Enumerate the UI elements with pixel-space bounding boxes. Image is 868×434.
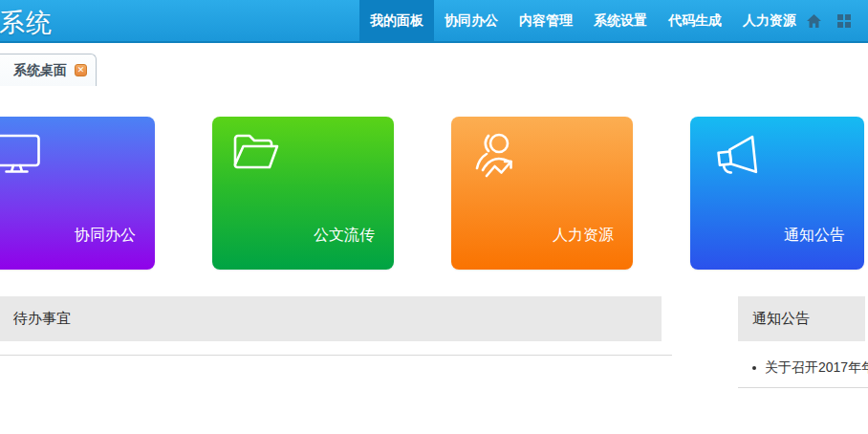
notice-list-item[interactable]: 关于召开2017年年 <box>738 356 868 380</box>
todo-panel-header: 待办事宜 <box>0 296 662 341</box>
bullet-icon <box>752 366 756 370</box>
grid-icon[interactable] <box>837 14 852 28</box>
notice-panel-header: 通知公告 <box>738 296 865 341</box>
home-icon[interactable] <box>807 14 821 28</box>
notice-panel-title: 通知公告 <box>752 310 810 328</box>
tile-label: 协同办公 <box>75 226 136 246</box>
tile-notices[interactable]: 通知公告 <box>690 117 864 270</box>
tab-bar: 系统桌面 ✕ <box>0 54 868 86</box>
tile-hr[interactable]: 人力资源 <box>451 117 633 270</box>
tab-close-icon[interactable]: ✕ <box>75 64 87 76</box>
nav-item-my-dashboard[interactable]: 我的面板 <box>359 0 434 41</box>
tile-label: 人力资源 <box>553 226 614 246</box>
todo-panel-divider <box>0 355 672 356</box>
nav-item-code-gen[interactable]: 代码生成 <box>658 0 732 41</box>
nav-item-collaboration[interactable]: 协同办公 <box>434 0 509 41</box>
megaphone-icon <box>710 132 760 184</box>
monitor-icon <box>0 132 41 180</box>
tile-document-flow[interactable]: 公文流传 <box>212 117 394 270</box>
tile-label: 通知公告 <box>784 226 845 246</box>
top-nav: 我的面板 协同办公 内容管理 系统设置 代码生成 人力资源 <box>359 0 807 41</box>
nav-item-system-settings[interactable]: 系统设置 <box>583 0 658 41</box>
folder-open-icon <box>232 132 282 178</box>
nav-item-content-mgmt[interactable]: 内容管理 <box>509 0 583 41</box>
desktop-page: 系统 我的面板 协同办公 内容管理 系统设置 代码生成 人力资源 系统桌面 ✕ <box>0 0 868 434</box>
todo-panel-title: 待办事宜 <box>13 310 71 328</box>
app-title: 系统 <box>0 6 53 40</box>
tile-collaboration[interactable]: 协同办公 <box>0 117 155 270</box>
notice-panel-divider <box>738 387 868 388</box>
tab-label: 系统桌面 <box>13 62 67 79</box>
notice-item-text: 关于召开2017年年 <box>765 359 868 377</box>
app-header: 系统 我的面板 协同办公 内容管理 系统设置 代码生成 人力资源 <box>0 0 868 43</box>
person-growth-icon <box>471 132 519 184</box>
tab-system-desktop[interactable]: 系统桌面 ✕ <box>0 54 97 86</box>
tile-label: 公文流传 <box>314 226 375 246</box>
nav-item-hr[interactable]: 人力资源 <box>732 0 807 41</box>
